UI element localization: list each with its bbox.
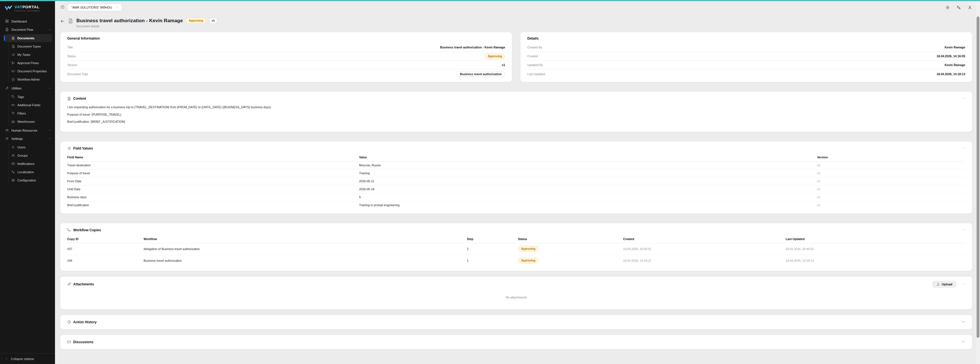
collapse-chevron-up-icon[interactable]: [962, 227, 965, 233]
sidebar-item-label: Warehouses: [18, 120, 35, 123]
column-header: Step: [467, 234, 518, 243]
sidebar-item-label: Notifications: [18, 162, 35, 165]
company-selector[interactable]: "AMR SOLUTİONS" MƏHDU: [67, 4, 122, 11]
sidebar-item-document-types[interactable]: Document Types: [4, 43, 52, 51]
sidebar-item-notifications[interactable]: Notifications: [4, 160, 52, 168]
field-version-cell: v1: [817, 185, 965, 193]
sidebar-item-label: Dashboard: [11, 20, 27, 23]
sidebar-item-users[interactable]: Users: [4, 143, 52, 151]
collapse-chevron-down-icon[interactable]: [961, 340, 965, 345]
info-value: Business travel authorization - Kevin Ra…: [440, 46, 505, 49]
info-row-created: Created 18.04.2026, 14:16:05: [527, 52, 965, 61]
sidebar-item-dashboard[interactable]: Dashboard: [0, 17, 55, 25]
sidebar-item-label: Users: [18, 146, 25, 149]
sidebar-group-utilities[interactable]: Utilities: [0, 84, 55, 92]
field-values-card: Field Values Field Name Value Version: [60, 141, 972, 214]
field-value-cell: Training: [359, 169, 817, 177]
sidebar-item-documents[interactable]: Documents: [4, 34, 52, 42]
chevron-up-icon: [48, 87, 51, 90]
sidebar-group-document-flow[interactable]: Document Flow: [0, 25, 55, 33]
collapse-chevron-down-icon[interactable]: [961, 319, 965, 325]
sidebar-item-label: Workflow Admin: [18, 78, 40, 81]
accent-top-strip: [0, 0, 980, 1]
upload-button[interactable]: Upload: [932, 281, 956, 288]
column-header: Created: [623, 234, 786, 243]
card-title: General Information: [67, 37, 505, 40]
mail-icon: [11, 162, 15, 165]
workflow-cell: delegation of Business travel authorizat…: [143, 243, 467, 254]
collapse-chevron-up-icon[interactable]: [962, 96, 965, 101]
paperclip-icon: [67, 282, 71, 286]
dial-icon: [11, 179, 15, 182]
check-circle-icon: [11, 78, 15, 81]
info-row-document-type: Document Type Business travel authorizat…: [67, 70, 505, 78]
step-cell: 2: [467, 243, 518, 254]
sidebar-item-label: My Tasks: [18, 53, 30, 56]
theme-sun-icon[interactable]: [945, 5, 950, 10]
page-header: Business travel authorization - Kevin Ra…: [60, 17, 972, 28]
info-label: Title: [67, 46, 73, 49]
chat-icon: [67, 340, 71, 344]
discussions-card: Discussions: [60, 335, 972, 349]
list-icon: [67, 146, 71, 150]
sidebar-item-tags[interactable]: Tags: [4, 93, 52, 101]
sidebar-item-configuration[interactable]: Configuration: [4, 176, 52, 184]
collapse-chevron-down-icon[interactable]: [962, 282, 965, 287]
sidebar-item-label: Documents: [18, 37, 35, 40]
translate-icon: [11, 170, 15, 174]
workflow-copies-card: Workflow Copies Copy ID Workflow Step St…: [60, 223, 972, 271]
scrollbar-thumb[interactable]: [977, 16, 980, 338]
field-value-cell: Training in prompt engineering: [359, 201, 817, 209]
table-row: Business days 5 v1: [67, 193, 965, 201]
funnel-icon: [11, 112, 15, 115]
field-name-cell: Purpose of travel: [67, 169, 359, 177]
back-button[interactable]: [60, 19, 65, 24]
company-selector-label: "AMR SOLUTİONS" MƏHDU: [71, 6, 112, 9]
info-value: v1: [502, 63, 505, 67]
task-list-icon: [11, 53, 15, 56]
info-value: Kevin Ramage: [945, 46, 965, 49]
language-icon[interactable]: [957, 5, 961, 10]
copy-id-cell: #37: [67, 243, 143, 254]
sidebar-subgroup-settings: Users Groups Notifications Localization …: [0, 143, 55, 185]
info-row-last-updated: Last Updated 18.04.2026, 14:18:13: [527, 70, 965, 78]
upload-icon: [936, 283, 940, 286]
field-name-cell: Business days: [67, 193, 359, 201]
sidebar-group-settings[interactable]: Settings: [0, 134, 55, 143]
sidebar-item-my-tasks[interactable]: My Tasks: [4, 51, 52, 59]
table-row: #36 Business travel authorization 1 Appr…: [67, 254, 965, 266]
sidebar-item-filters[interactable]: Filters: [4, 110, 52, 118]
sidebar-item-approval-flows[interactable]: Approval Flows: [4, 59, 52, 67]
field-name-cell: Until Date: [67, 185, 359, 193]
no-attachments-text: No attachments: [60, 288, 972, 309]
document-type-pill: Business travel authorization: [457, 71, 505, 77]
info-label: Last Updated: [527, 72, 545, 76]
field-name-cell: Brief justification: [67, 201, 359, 209]
info-label: Status: [67, 54, 76, 58]
sidebar-item-workflow-admin[interactable]: Workflow Admin: [4, 75, 52, 83]
column-header: Last Updated: [786, 234, 965, 243]
info-label: Created By: [527, 46, 542, 49]
document-type-icon: [11, 45, 15, 48]
field-version-cell: v1: [817, 161, 965, 169]
sidebar-item-label: Document Types: [18, 45, 41, 48]
column-header: Field Name: [67, 153, 359, 162]
sidebar-group-human-resources[interactable]: Human Resources: [0, 126, 55, 134]
sidebar-item-groups[interactable]: Groups: [4, 151, 52, 159]
field-name-cell: Travel destination: [67, 161, 359, 169]
page-subtitle: Document details: [76, 24, 217, 28]
sidebar: VATPORTAL FINANCIAL INSTRUMENT Dashboard…: [0, 1, 55, 364]
sidebar-item-warehouses[interactable]: Warehouses: [4, 118, 52, 126]
sidebar-item-label: Groups: [18, 154, 28, 157]
user-icon: [11, 146, 15, 149]
sidebar-item-localization[interactable]: Localization: [4, 168, 52, 176]
sidebar-item-document-properties[interactable]: Document Properties: [4, 67, 52, 75]
sidebar-item-additional-fields[interactable]: Additional Fields: [4, 101, 52, 109]
vertical-scrollbar[interactable]: [976, 2, 980, 364]
collapse-sidebar-button[interactable]: Collapse sidebar: [0, 353, 55, 364]
user-profile-icon[interactable]: [968, 5, 972, 10]
info-row-updated-by: Updated By Kevin Ramage: [527, 61, 965, 70]
sidebar-nav: Dashboard Document Flow Documents Docume…: [0, 15, 55, 353]
status-cell: Approving: [518, 254, 623, 266]
collapse-chevron-up-icon[interactable]: [962, 146, 965, 151]
